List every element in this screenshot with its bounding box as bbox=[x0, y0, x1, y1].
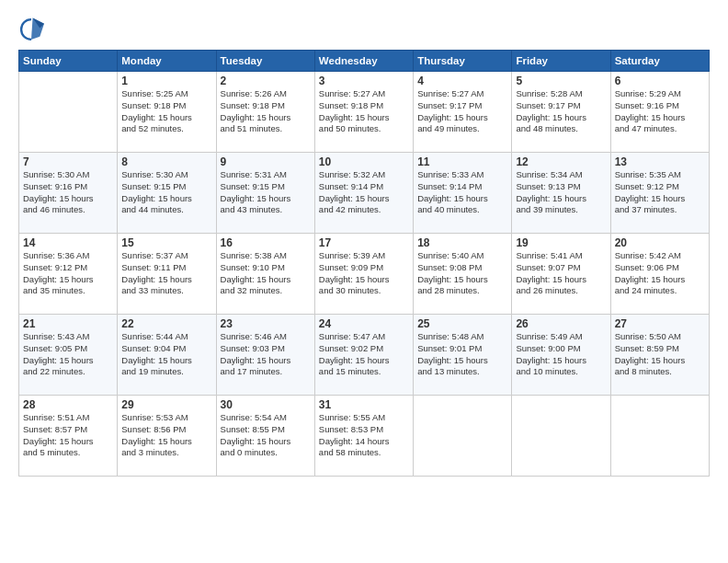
calendar-cell: 10Sunrise: 5:32 AM Sunset: 9:14 PM Dayli… bbox=[314, 153, 413, 234]
day-info: Sunrise: 5:36 AM Sunset: 9:12 PM Dayligh… bbox=[23, 250, 113, 297]
day-info: Sunrise: 5:54 AM Sunset: 8:55 PM Dayligh… bbox=[221, 412, 311, 459]
day-info: Sunrise: 5:48 AM Sunset: 9:01 PM Dayligh… bbox=[417, 331, 507, 378]
day-info: Sunrise: 5:51 AM Sunset: 8:57 PM Dayligh… bbox=[23, 412, 113, 459]
day-info: Sunrise: 5:34 AM Sunset: 9:13 PM Dayligh… bbox=[516, 169, 606, 216]
day-number: 6 bbox=[615, 75, 705, 87]
day-info: Sunrise: 5:27 AM Sunset: 9:18 PM Dayligh… bbox=[319, 88, 409, 135]
calendar-cell: 27Sunrise: 5:50 AM Sunset: 8:59 PM Dayli… bbox=[610, 315, 709, 396]
day-number: 18 bbox=[417, 236, 507, 249]
calendar-cell: 4Sunrise: 5:27 AM Sunset: 9:17 PM Daylig… bbox=[414, 72, 512, 153]
day-number: 14 bbox=[23, 236, 113, 249]
weekday-header: Wednesday bbox=[314, 51, 413, 72]
day-number: 26 bbox=[516, 317, 606, 330]
calendar-cell: 2Sunrise: 5:26 AM Sunset: 9:18 PM Daylig… bbox=[216, 72, 314, 153]
day-info: Sunrise: 5:28 AM Sunset: 9:17 PM Dayligh… bbox=[516, 88, 606, 135]
calendar-cell: 11Sunrise: 5:33 AM Sunset: 9:14 PM Dayli… bbox=[414, 153, 512, 234]
calendar-cell: 31Sunrise: 5:55 AM Sunset: 8:53 PM Dayli… bbox=[314, 396, 413, 477]
calendar-cell: 22Sunrise: 5:44 AM Sunset: 9:04 PM Dayli… bbox=[118, 315, 216, 396]
calendar-cell bbox=[414, 396, 512, 477]
day-number: 17 bbox=[319, 236, 409, 249]
day-number: 22 bbox=[121, 317, 211, 330]
day-number: 1 bbox=[121, 75, 211, 87]
day-info: Sunrise: 5:47 AM Sunset: 9:02 PM Dayligh… bbox=[319, 331, 409, 378]
calendar-cell: 3Sunrise: 5:27 AM Sunset: 9:18 PM Daylig… bbox=[314, 72, 413, 153]
day-info: Sunrise: 5:53 AM Sunset: 8:56 PM Dayligh… bbox=[121, 412, 211, 459]
weekday-header: Saturday bbox=[610, 51, 709, 72]
day-info: Sunrise: 5:30 AM Sunset: 9:15 PM Dayligh… bbox=[121, 169, 211, 216]
day-number: 20 bbox=[615, 236, 705, 249]
day-number: 13 bbox=[615, 155, 705, 168]
day-number: 27 bbox=[615, 317, 705, 330]
calendar-cell: 12Sunrise: 5:34 AM Sunset: 9:13 PM Dayli… bbox=[512, 153, 610, 234]
weekday-header-row: SundayMondayTuesdayWednesdayThursdayFrid… bbox=[19, 51, 710, 72]
calendar-cell: 7Sunrise: 5:30 AM Sunset: 9:16 PM Daylig… bbox=[19, 153, 118, 234]
calendar-table: SundayMondayTuesdayWednesdayThursdayFrid… bbox=[18, 50, 710, 477]
day-number: 15 bbox=[121, 236, 211, 249]
weekday-header: Monday bbox=[118, 51, 216, 72]
day-number: 5 bbox=[516, 75, 606, 87]
calendar-week-row: 21Sunrise: 5:43 AM Sunset: 9:05 PM Dayli… bbox=[19, 315, 710, 396]
day-number: 30 bbox=[221, 398, 311, 411]
calendar-cell: 28Sunrise: 5:51 AM Sunset: 8:57 PM Dayli… bbox=[19, 396, 118, 477]
day-number: 12 bbox=[516, 155, 606, 168]
calendar-cell: 23Sunrise: 5:46 AM Sunset: 9:03 PM Dayli… bbox=[216, 315, 314, 396]
day-info: Sunrise: 5:46 AM Sunset: 9:03 PM Dayligh… bbox=[221, 331, 311, 378]
calendar-cell: 8Sunrise: 5:30 AM Sunset: 9:15 PM Daylig… bbox=[118, 153, 216, 234]
day-info: Sunrise: 5:31 AM Sunset: 9:15 PM Dayligh… bbox=[221, 169, 311, 216]
calendar-cell: 6Sunrise: 5:29 AM Sunset: 9:16 PM Daylig… bbox=[610, 72, 709, 153]
day-info: Sunrise: 5:43 AM Sunset: 9:05 PM Dayligh… bbox=[23, 331, 113, 378]
calendar-week-row: 28Sunrise: 5:51 AM Sunset: 8:57 PM Dayli… bbox=[19, 396, 710, 477]
day-number: 2 bbox=[221, 75, 311, 87]
day-info: Sunrise: 5:42 AM Sunset: 9:06 PM Dayligh… bbox=[615, 250, 705, 297]
day-info: Sunrise: 5:55 AM Sunset: 8:53 PM Dayligh… bbox=[319, 412, 409, 459]
day-info: Sunrise: 5:26 AM Sunset: 9:18 PM Dayligh… bbox=[221, 88, 311, 135]
calendar-cell: 26Sunrise: 5:49 AM Sunset: 9:00 PM Dayli… bbox=[512, 315, 610, 396]
day-info: Sunrise: 5:40 AM Sunset: 9:08 PM Dayligh… bbox=[417, 250, 507, 297]
day-info: Sunrise: 5:29 AM Sunset: 9:16 PM Dayligh… bbox=[615, 88, 705, 135]
day-number: 16 bbox=[221, 236, 311, 249]
calendar-week-row: 7Sunrise: 5:30 AM Sunset: 9:16 PM Daylig… bbox=[19, 153, 710, 234]
day-info: Sunrise: 5:44 AM Sunset: 9:04 PM Dayligh… bbox=[121, 331, 211, 378]
calendar-cell: 30Sunrise: 5:54 AM Sunset: 8:55 PM Dayli… bbox=[216, 396, 314, 477]
day-number: 19 bbox=[516, 236, 606, 249]
calendar-cell: 5Sunrise: 5:28 AM Sunset: 9:17 PM Daylig… bbox=[512, 72, 610, 153]
day-number: 11 bbox=[417, 155, 507, 168]
day-number: 3 bbox=[319, 75, 409, 87]
day-info: Sunrise: 5:50 AM Sunset: 8:59 PM Dayligh… bbox=[615, 331, 705, 378]
day-info: Sunrise: 5:38 AM Sunset: 9:10 PM Dayligh… bbox=[221, 250, 311, 297]
logo-icon bbox=[18, 17, 44, 42]
calendar-cell bbox=[19, 72, 118, 153]
calendar-week-row: 1Sunrise: 5:25 AM Sunset: 9:18 PM Daylig… bbox=[19, 72, 710, 153]
calendar-cell: 13Sunrise: 5:35 AM Sunset: 9:12 PM Dayli… bbox=[610, 153, 709, 234]
calendar-cell: 25Sunrise: 5:48 AM Sunset: 9:01 PM Dayli… bbox=[414, 315, 512, 396]
calendar-cell bbox=[610, 396, 709, 477]
calendar-week-row: 14Sunrise: 5:36 AM Sunset: 9:12 PM Dayli… bbox=[19, 234, 710, 315]
calendar-cell: 24Sunrise: 5:47 AM Sunset: 9:02 PM Dayli… bbox=[314, 315, 413, 396]
weekday-header: Tuesday bbox=[216, 51, 314, 72]
calendar-cell: 19Sunrise: 5:41 AM Sunset: 9:07 PM Dayli… bbox=[512, 234, 610, 315]
calendar-cell: 18Sunrise: 5:40 AM Sunset: 9:08 PM Dayli… bbox=[414, 234, 512, 315]
calendar-cell: 9Sunrise: 5:31 AM Sunset: 9:15 PM Daylig… bbox=[216, 153, 314, 234]
day-info: Sunrise: 5:27 AM Sunset: 9:17 PM Dayligh… bbox=[417, 88, 507, 135]
logo bbox=[18, 17, 48, 42]
day-number: 7 bbox=[23, 155, 113, 168]
day-info: Sunrise: 5:35 AM Sunset: 9:12 PM Dayligh… bbox=[615, 169, 705, 216]
day-info: Sunrise: 5:30 AM Sunset: 9:16 PM Dayligh… bbox=[23, 169, 113, 216]
day-number: 21 bbox=[23, 317, 113, 330]
weekday-header: Sunday bbox=[19, 51, 118, 72]
day-info: Sunrise: 5:37 AM Sunset: 9:11 PM Dayligh… bbox=[121, 250, 211, 297]
day-number: 4 bbox=[417, 75, 507, 87]
header bbox=[18, 17, 710, 42]
calendar-cell: 14Sunrise: 5:36 AM Sunset: 9:12 PM Dayli… bbox=[19, 234, 118, 315]
calendar-cell: 17Sunrise: 5:39 AM Sunset: 9:09 PM Dayli… bbox=[314, 234, 413, 315]
day-number: 23 bbox=[221, 317, 311, 330]
day-number: 10 bbox=[319, 155, 409, 168]
page: SundayMondayTuesdayWednesdayThursdayFrid… bbox=[0, 0, 728, 563]
day-number: 29 bbox=[121, 398, 211, 411]
day-number: 9 bbox=[221, 155, 311, 168]
day-number: 24 bbox=[319, 317, 409, 330]
day-info: Sunrise: 5:39 AM Sunset: 9:09 PM Dayligh… bbox=[319, 250, 409, 297]
day-info: Sunrise: 5:41 AM Sunset: 9:07 PM Dayligh… bbox=[516, 250, 606, 297]
day-info: Sunrise: 5:32 AM Sunset: 9:14 PM Dayligh… bbox=[319, 169, 409, 216]
calendar-cell: 15Sunrise: 5:37 AM Sunset: 9:11 PM Dayli… bbox=[118, 234, 216, 315]
